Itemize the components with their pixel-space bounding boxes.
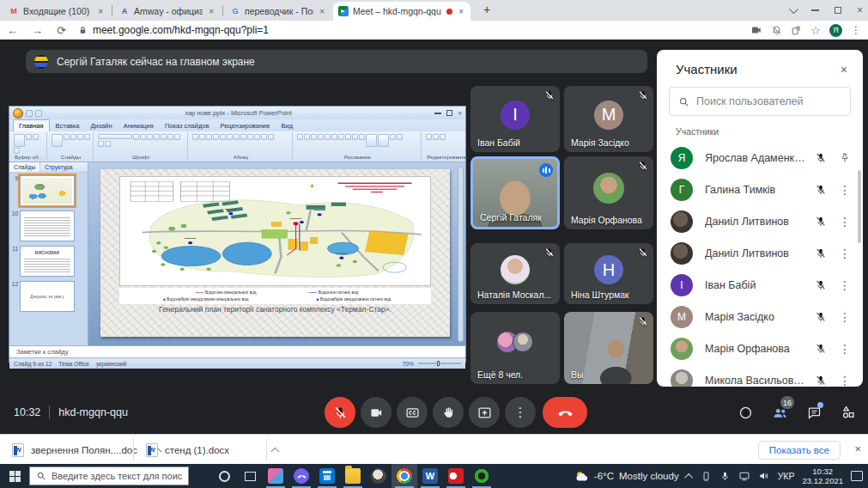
ppt-tab-animation[interactable]: Анимация	[118, 120, 159, 131]
present-button[interactable]	[469, 397, 500, 428]
tab-gmail[interactable]: M Входящие (100) - yarad1964@g ×	[3, 2, 110, 21]
more-options-icon[interactable]: ⋮	[839, 247, 851, 260]
participant-search-box[interactable]	[669, 87, 851, 116]
panel-scrollbar[interactable]	[858, 170, 861, 243]
camera-toggle-button[interactable]	[361, 397, 392, 428]
taskbar-search-box[interactable]	[29, 467, 189, 485]
ppt-tab-home[interactable]: Главная	[13, 119, 50, 131]
undo-icon[interactable]	[35, 110, 42, 117]
cortana-button[interactable]	[211, 464, 237, 488]
green-app-button[interactable]	[469, 464, 495, 488]
meeting-details-button[interactable]	[738, 405, 753, 420]
close-tab-icon[interactable]: ×	[207, 7, 215, 16]
new-tab-button[interactable]: +	[477, 2, 496, 17]
ppt-tab-review[interactable]: Рецензирование	[215, 120, 276, 131]
more-options-icon[interactable]: ⋮	[839, 278, 851, 292]
ppt-tab-view[interactable]: Вид	[276, 120, 298, 131]
ppt-slide-scrollbar[interactable]	[458, 166, 464, 342]
url-box[interactable]: meet.google.com/hkd-mgqn-qqu?pli=1	[78, 24, 269, 36]
network-tray-icon[interactable]	[738, 470, 750, 482]
tile-more-participants[interactable]: Ещё 8 чел.	[470, 312, 560, 384]
slide-thumbnail-9[interactable]: 9	[11, 175, 86, 206]
pane-tab-slides[interactable]: Слайды	[9, 162, 40, 172]
taskbar-clock[interactable]: 10:32 23.12.2021	[802, 467, 843, 486]
task-view-button[interactable]	[237, 464, 263, 488]
close-tab-icon[interactable]: ×	[318, 7, 326, 16]
office-button-icon[interactable]	[13, 108, 23, 119]
save-icon[interactable]	[26, 110, 33, 117]
chrome-app-button[interactable]	[392, 464, 417, 488]
back-button[interactable]: ←	[0, 24, 25, 37]
file-explorer-button[interactable]	[340, 464, 366, 488]
participant-row[interactable]: Г Галина Тимків ⋮	[657, 174, 863, 205]
show-all-downloads-button[interactable]: Показать все	[758, 441, 841, 460]
forward-button[interactable]: →	[25, 24, 50, 37]
ppt-close-button[interactable]: ×	[458, 109, 462, 117]
more-options-icon[interactable]: ⋮	[839, 183, 851, 197]
participant-row[interactable]: Микола Васильович Шт... ⋮	[657, 364, 863, 387]
participant-row[interactable]: Даниіл Литвинов ⋮	[657, 205, 863, 237]
more-options-icon[interactable]: ⋮	[839, 215, 851, 229]
reload-button[interactable]: ⟳	[50, 24, 73, 37]
game-app-button[interactable]	[366, 464, 392, 488]
slide-thumbnail-10[interactable]: 10	[11, 210, 86, 241]
pin-icon[interactable]	[839, 152, 851, 164]
volume-tray-icon[interactable]	[758, 470, 770, 482]
notifications-blocked-icon[interactable]	[771, 25, 782, 36]
more-options-icon[interactable]: ⋮	[839, 342, 851, 356]
ppt-notes-area[interactable]: Заметки к слайду	[9, 345, 465, 357]
red-app-button[interactable]	[443, 464, 469, 488]
ppt-tab-design[interactable]: Дизайн	[85, 120, 117, 131]
share-icon[interactable]	[791, 25, 802, 36]
minimize-button[interactable]	[811, 9, 819, 11]
participant-row[interactable]: Я Ярослав Адаменко (вы)	[657, 142, 863, 174]
weather-widget[interactable]: -6°C Mostly cloudy	[574, 469, 679, 484]
bookmark-star-icon[interactable]: ☆	[810, 24, 821, 37]
chat-button[interactable]	[807, 405, 822, 420]
zoom-level[interactable]: 70%	[402, 361, 414, 367]
mic-toggle-button[interactable]	[325, 397, 355, 428]
download-item-2[interactable]: W стенд (1).docx	[139, 439, 287, 461]
pane-tab-outline[interactable]: Структура	[40, 162, 76, 172]
floppy-app-button[interactable]	[263, 464, 288, 488]
captions-button[interactable]	[397, 397, 428, 428]
viber-app-button[interactable]	[288, 464, 314, 488]
more-options-icon[interactable]: ⋮	[839, 374, 851, 387]
tile-ivan-babiy[interactable]: І Іван Бабій	[470, 86, 560, 152]
close-window-button[interactable]: ×	[857, 5, 863, 15]
ppt-maximize-button[interactable]	[446, 110, 452, 116]
browser-profile-avatar[interactable]: Я	[829, 24, 842, 37]
camera-permission-icon[interactable]	[750, 24, 762, 36]
tab-google-search[interactable]: G переводчик - Поиск в Google ×	[225, 2, 331, 21]
more-options-icon[interactable]: ⋮	[839, 310, 851, 324]
tab-amway[interactable]: A Amway - официальный сайт и и ×	[114, 2, 221, 21]
close-panel-icon[interactable]: ×	[841, 63, 847, 76]
slide-thumbnail-12[interactable]: 12 Дякуємо за увагу	[11, 281, 86, 312]
participant-row[interactable]: Марія Орфанова ⋮	[657, 332, 863, 364]
participant-row[interactable]: І Іван Бабій ⋮	[657, 269, 863, 301]
activities-button[interactable]	[841, 405, 856, 421]
phone-tray-icon[interactable]	[701, 471, 712, 482]
tile-natalia-moskal[interactable]: Наталія Москал...	[470, 243, 560, 304]
browser-menu-icon[interactable]: ⋮	[851, 24, 861, 36]
profile-chevron-icon[interactable]	[789, 4, 798, 14]
ppt-tab-insert[interactable]: Вставка	[51, 120, 85, 131]
language-indicator[interactable]: УКР	[778, 471, 795, 481]
ppt-minimize-button[interactable]	[434, 113, 441, 114]
more-options-button[interactable]: ⋮	[505, 397, 536, 428]
zoom-slider[interactable]	[418, 363, 461, 364]
end-call-button[interactable]	[543, 397, 587, 428]
close-downloads-bar-icon[interactable]: ×	[854, 442, 861, 455]
tile-maria-zasidko[interactable]: М Марія Засідко	[564, 86, 653, 152]
download-options-chevron-icon[interactable]	[271, 448, 280, 456]
slide-thumbnail-11[interactable]: 11 ВИСНОВКИ	[11, 246, 86, 277]
start-button[interactable]	[0, 464, 29, 488]
calculator-app-button[interactable]	[314, 464, 340, 488]
close-tab-icon[interactable]: ×	[457, 7, 465, 16]
hidden-icons-chevron-icon[interactable]	[684, 473, 693, 481]
tile-you[interactable]: Вы	[564, 312, 653, 384]
ppt-tab-slideshow[interactable]: Показ слайдов	[160, 120, 215, 131]
participants-button[interactable]: 16	[772, 404, 788, 420]
action-center-button[interactable]	[851, 471, 863, 481]
tab-meet-active[interactable]: Meet – hkd-mgqn-qqu ×	[333, 2, 470, 21]
